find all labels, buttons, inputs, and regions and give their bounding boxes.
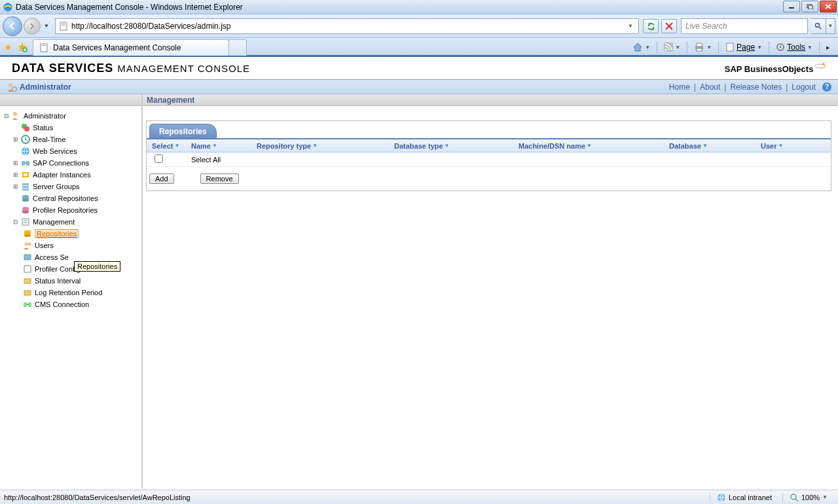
link-logout[interactable]: Logout (792, 82, 816, 92)
tree-node-management[interactable]: ⊟Management (3, 216, 139, 228)
browser-tab-active[interactable]: Data Services Management Console (33, 39, 229, 56)
page-menu-button[interactable]: Page▼ (723, 41, 765, 53)
tree-node-status[interactable]: Status (3, 122, 139, 134)
tree-node-cms-conn[interactable]: CMS Connection (3, 298, 139, 310)
address-dropdown[interactable]: ▼ (625, 23, 636, 29)
svg-point-28 (822, 63, 825, 65)
refresh-button[interactable] (643, 19, 659, 33)
print-button[interactable]: ▼ (691, 41, 714, 53)
tab-title: Data Services Management Console (53, 43, 181, 52)
nav-tree: ⊟Administrator Status ⊞Real-Time Web Ser… (0, 106, 141, 314)
back-button[interactable] (3, 16, 22, 36)
select-all-checkbox[interactable] (155, 154, 163, 163)
tree-node-sapconn[interactable]: ⊞SAP Connections (3, 157, 139, 169)
sap-logo: SAP BusinessObjects (725, 62, 826, 74)
remove-button[interactable]: Remove (200, 173, 239, 184)
tree-node-repositories[interactable]: Repositories (3, 228, 139, 240)
link-release-notes[interactable]: Release Notes (730, 82, 782, 92)
forward-button[interactable] (24, 18, 41, 35)
app-title: DATA SERVICES (12, 62, 113, 75)
new-tab-button[interactable] (228, 39, 247, 56)
tab-page-icon (39, 43, 49, 53)
svg-point-29 (9, 83, 12, 87)
svg-rect-40 (24, 173, 27, 176)
grid-header: Select▼ Name▼ Repository type▼ Database … (147, 139, 831, 153)
svg-rect-17 (41, 44, 47, 52)
feeds-button[interactable]: ▼ (661, 41, 683, 53)
tab-repositories[interactable]: Repositories (149, 124, 217, 138)
nav-history-dropdown[interactable]: ▼ (42, 23, 51, 29)
tree-node-profilerrepos[interactable]: Profiler Repositories (3, 204, 139, 216)
svg-point-31 (13, 112, 17, 116)
app-header: DATA SERVICES MANAGEMENT CONSOLE SAP Bus… (0, 57, 838, 80)
svg-rect-7 (62, 24, 65, 24)
svg-point-66 (791, 494, 796, 499)
favorites-icon[interactable]: ★ (3, 42, 13, 52)
tree-node-users[interactable]: Users (3, 240, 139, 251)
svg-rect-36 (22, 161, 25, 166)
ie-icon (3, 2, 13, 12)
add-button[interactable]: Add (149, 173, 174, 184)
svg-line-67 (795, 499, 798, 501)
maximize-button[interactable] (801, 1, 818, 12)
col-repo-type[interactable]: Repository type▼ (251, 142, 389, 150)
svg-rect-3 (809, 5, 812, 9)
toolbar-overflow[interactable]: ▸ (824, 43, 833, 52)
svg-rect-63 (28, 302, 31, 307)
svg-point-55 (24, 234, 31, 237)
tree-node-status-interval[interactable]: Status Interval (3, 275, 139, 287)
add-favorites-icon[interactable] (17, 42, 27, 52)
svg-rect-41 (22, 183, 29, 185)
close-button[interactable] (820, 1, 837, 12)
col-machine[interactable]: Machine/DSN name▼ (513, 142, 664, 150)
admin-bar: Administrator Home| About| Release Notes… (0, 80, 838, 94)
home-button[interactable]: ▼ (630, 41, 653, 54)
search-dropdown[interactable]: ▼ (826, 18, 835, 34)
svg-rect-18 (42, 45, 46, 46)
svg-point-33 (24, 126, 29, 132)
svg-rect-37 (26, 161, 29, 166)
svg-rect-23 (697, 48, 702, 51)
svg-line-12 (818, 26, 821, 29)
col-db-type[interactable]: Database type▼ (389, 142, 513, 150)
window-title: Data Services Management Console - Windo… (16, 3, 243, 12)
svg-rect-43 (22, 189, 29, 190)
tree-node-root[interactable]: ⊟Administrator (3, 110, 139, 122)
tree-node-webservices[interactable]: Web Services (3, 145, 139, 157)
address-bar[interactable]: http://localhost:28080/DataServices/admi… (55, 18, 639, 34)
tree-node-realtime[interactable]: ⊞Real-Time (3, 134, 139, 145)
svg-rect-61 (24, 291, 31, 295)
tree-node-log-retention[interactable]: Log Retention Period (3, 287, 139, 298)
svg-point-46 (22, 199, 29, 202)
app-subtitle: MANAGEMENT CONSOLE (117, 63, 250, 74)
col-name[interactable]: Name▼ (186, 142, 251, 150)
tree-node-servergroups[interactable]: ⊞Server Groups (3, 181, 139, 192)
tools-menu-button[interactable]: Tools▼ (773, 41, 815, 53)
svg-point-11 (815, 23, 819, 27)
stop-button[interactable] (661, 19, 677, 33)
col-select[interactable]: Select▼ (147, 142, 186, 150)
link-home[interactable]: Home (669, 82, 690, 92)
status-url: http://localhost:28080/DataServices/serv… (4, 494, 191, 501)
col-database[interactable]: Database▼ (664, 142, 756, 150)
link-about[interactable]: About (700, 82, 720, 92)
grid-select-all-row: Select All (147, 153, 831, 167)
svg-point-30 (12, 86, 17, 91)
search-go-button[interactable] (811, 18, 826, 34)
tree-node-adapter[interactable]: ⊞Adapter Instances (3, 169, 139, 181)
security-zone[interactable]: Local intranet (710, 493, 778, 502)
col-user[interactable]: User▼ (756, 142, 831, 150)
nav-toolbar: ▼ http://localhost:28080/DataServices/ad… (0, 14, 838, 38)
search-input[interactable]: Live Search (681, 18, 808, 34)
svg-rect-60 (24, 279, 31, 283)
zoom-control[interactable]: 100% ▼ (782, 493, 834, 502)
svg-point-26 (780, 46, 782, 48)
tree-node-centralrepos[interactable]: Central Repositories (3, 192, 139, 204)
page-icon (58, 21, 69, 31)
breadcrumb: Management (143, 94, 838, 106)
svg-point-49 (22, 211, 29, 213)
svg-point-20 (665, 49, 667, 51)
help-icon[interactable]: ? (822, 82, 831, 92)
minimize-button[interactable] (783, 1, 800, 12)
svg-rect-42 (22, 186, 29, 188)
